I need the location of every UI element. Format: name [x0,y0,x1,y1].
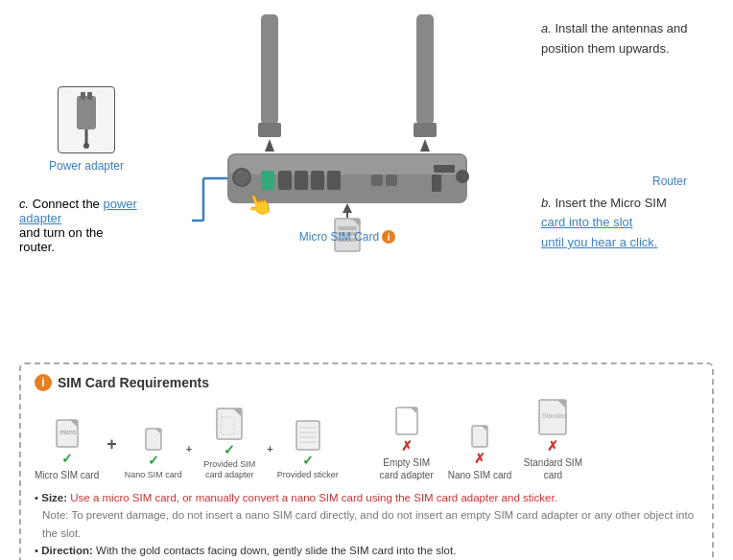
step-a-block: a. Install the antennas and position the… [541,19,714,59]
note-line: Note: To prevent damage, do not insert a… [35,506,698,542]
svg-rect-22 [432,175,441,192]
size-text: Use a micro SIM card, or manually conver… [70,492,557,503]
step-c-label: c. [19,197,29,211]
standard-sim-visual: Standard [538,399,567,435]
sim-requirements-header: i SIM Card Requirements [35,374,698,391]
svg-point-23 [456,170,469,183]
direction-text: With the gold contacts facing down, gent… [96,545,456,556]
svg-rect-14 [278,171,292,190]
top-section: Power adapter c. Connect the power adapt… [19,10,714,355]
sim-item-micro: micro ✓ Micro SIM card [35,419,99,481]
size-label: Size: [41,492,67,503]
svg-text:Standard: Standard [542,412,567,419]
standard-label: Standard SIM card [519,456,586,481]
step-a-label: a. [541,21,552,35]
plus-2: + [186,443,192,455]
svg-point-4 [83,143,89,149]
empty-adapter-label: Empty SIM card adapter [373,456,440,481]
svg-rect-18 [371,175,383,186]
svg-rect-15 [295,171,308,190]
step-b-line1: Insert the Micro SIM [555,196,666,210]
nano-alone-label: Nano SIM card [448,469,512,481]
svg-rect-2 [87,92,92,100]
nano-check: ✓ [148,453,159,468]
step-b-label: b. [541,196,552,210]
step-c-line4: router. [19,240,55,254]
micro-sim-visual: micro [56,419,79,448]
nano-alone-visual [471,425,488,448]
sim-requirements-info-icon: i [35,374,52,391]
svg-marker-34 [343,203,352,213]
nano-sim-visual [145,428,162,451]
sticker-label-text: Provided sticker [277,470,339,481]
sticker-check: ✓ [302,453,314,468]
sim-requirements-section: i SIM Card Requirements micro ✓ Micro SI… [19,362,714,560]
sticker-visual [296,420,320,451]
router-label: Router [652,175,687,188]
sim-item-standard: Standard ✗ Standard SIM card [519,399,586,481]
empty-adapter-cross: ✗ [401,438,413,454]
svg-marker-7 [265,139,274,152]
nano-sim-part: ✓ Nano SIM card [125,428,182,481]
svg-marker-10 [420,139,430,152]
power-adapter-label: Power adapter [49,159,124,173]
adapter-part: ✓ Provided SIM card adapter [196,408,263,481]
svg-rect-48 [396,408,417,434]
svg-rect-1 [81,92,85,100]
step-a-text: Install the antennas and position them u… [541,21,688,56]
svg-rect-13 [261,171,274,190]
svg-rect-5 [261,14,278,125]
center-panel: 👆 Micro SIM Card i [154,10,541,244]
sim-item-nano-combo: ✓ Nano SIM card + ✓ Provided SIM card ad… [125,408,339,481]
size-note-line: • Size: Use a micro SIM card, or manuall… [35,489,698,506]
plus-3: + [267,443,272,455]
svg-rect-43 [296,421,319,450]
standard-cross: ✗ [547,438,558,454]
svg-rect-17 [327,171,341,190]
power-adapter-svg [62,91,110,149]
note-label: Note: [42,509,71,521]
note-text: To prevent damage, do not insert a nano … [42,509,694,538]
svg-rect-16 [311,171,324,190]
step-c-line3: and turn on the [19,225,103,240]
step-b-block: b. Insert the Micro SIM card into the sl… [541,194,714,253]
sim-item-empty-adapter: ✗ Empty SIM card adapter [373,407,440,481]
direction-line: • Direction: With the gold contacts faci… [35,542,698,559]
empty-adapter-visual [395,407,418,435]
sim-info-dot: i [382,230,395,244]
requirements-text: • Size: Use a micro SIM card, or manuall… [35,489,698,560]
step-b-line2: card into the slot [541,215,632,229]
nano-alone-cross: ✗ [474,451,485,466]
right-panel: a. Install the antennas and position the… [541,10,714,253]
sim-item-nano-alone: ✗ Nano SIM card [448,425,512,481]
svg-rect-19 [386,175,397,186]
step-c-line1: Connect the [33,197,100,211]
adapter-visual [216,408,243,440]
micro-sim-label: Micro SIM card [35,469,99,481]
svg-point-20 [233,169,250,186]
micro-sim-check: ✓ [61,451,73,466]
svg-rect-8 [416,14,434,125]
sim-label-area: Micro SIM Card i [299,230,395,244]
main-container: Power adapter c. Connect the power adapt… [0,0,733,560]
power-adapter-box [58,86,115,153]
nano-label-text: Nano SIM card [125,470,182,481]
svg-rect-6 [258,123,281,137]
step-c-block: c. Connect the power adapter and turn on… [19,197,154,254]
sticker-part: ✓ Provided sticker [277,420,339,481]
adapter-label-text: Provided SIM card adapter [196,459,263,481]
svg-rect-9 [414,123,437,137]
micro-sim-label: Micro SIM Card i [299,230,395,244]
sim-cards-comparison-row: micro ✓ Micro SIM card + ✓ Nano SIM card… [35,399,698,481]
step-b-line3: until you hear a click. [541,235,657,249]
left-panel: Power adapter c. Connect the power adapt… [19,10,154,254]
direction-label: Direction: [41,545,93,556]
svg-rect-0 [77,96,96,129]
adapter-check: ✓ [224,442,235,457]
svg-text:micro: micro [59,429,76,435]
sim-requirements-title: SIM Card Requirements [58,375,209,390]
plus-1: + [106,434,117,455]
svg-rect-21 [434,165,455,173]
